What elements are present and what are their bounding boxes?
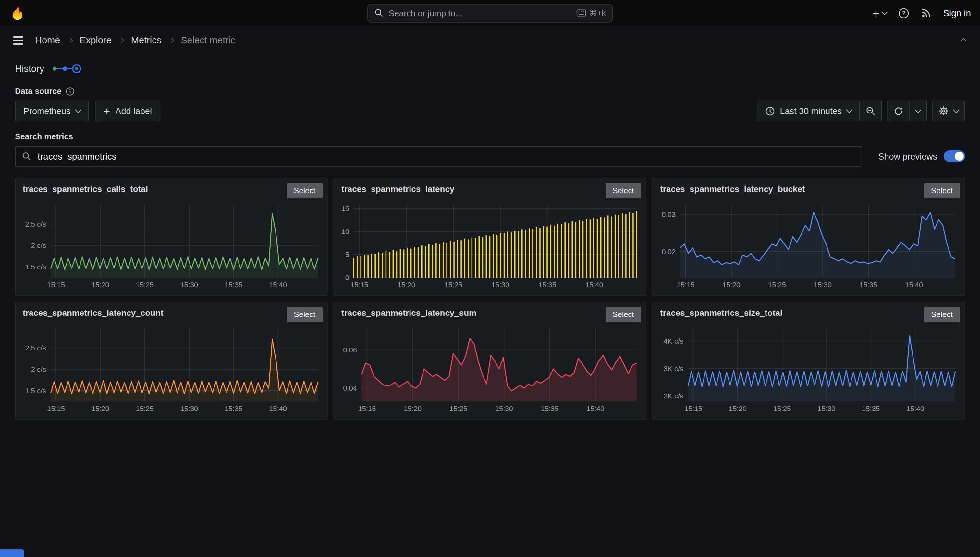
breadcrumb-metrics[interactable]: Metrics bbox=[131, 35, 161, 46]
metric-preview-chart: 0.060.0415:1515:2015:2515:3015:3515:40 bbox=[336, 324, 642, 414]
select-metric-button[interactable]: Select bbox=[605, 183, 641, 199]
datasource-picker-value: Prometheus bbox=[23, 106, 71, 116]
svg-text:15:40: 15:40 bbox=[586, 405, 604, 413]
global-search-placeholder: Search or jump to... bbox=[389, 8, 462, 18]
metric-preview-chart: 4K c/s3K c/s2K c/s15:1515:2015:2515:3015… bbox=[654, 324, 960, 414]
panel-title: traces_spanmetrics_calls_total bbox=[23, 183, 148, 196]
metric-preview-chart: 0.030.0215:1515:2015:2515:3015:3515:40 bbox=[654, 200, 960, 290]
metric-preview-chart: 2.5 c/s2 c/s1.5 c/s15:1515:2015:2515:301… bbox=[17, 200, 323, 290]
chevron-down-icon bbox=[846, 107, 853, 113]
metric-panel-latency-bucket: traces_spanmetrics_latency_bucket Select… bbox=[652, 178, 965, 296]
datasource-picker[interactable]: Prometheus bbox=[15, 101, 89, 121]
svg-text:15:20: 15:20 bbox=[729, 405, 747, 413]
svg-text:?: ? bbox=[902, 10, 906, 16]
metric-panel-latency-sum: traces_spanmetrics_latency_sum Select 0.… bbox=[333, 301, 647, 420]
svg-text:0.03: 0.03 bbox=[662, 210, 676, 218]
metric-panels-grid: traces_spanmetrics_calls_total Select 2.… bbox=[15, 178, 965, 420]
bottom-left-partial-element bbox=[0, 549, 24, 557]
svg-text:3K c/s: 3K c/s bbox=[664, 365, 683, 373]
select-metric-button[interactable]: Select bbox=[287, 307, 323, 322]
svg-text:0.04: 0.04 bbox=[343, 384, 357, 392]
clock-icon bbox=[765, 106, 774, 116]
refresh-icon bbox=[894, 106, 903, 116]
time-range-value: Last 30 minutes bbox=[780, 106, 842, 116]
refresh-group bbox=[887, 101, 927, 121]
show-previews-toggle[interactable] bbox=[944, 150, 965, 162]
keyboard-shortcut-hint: ⌘+k bbox=[576, 8, 606, 18]
datasource-label: Data source bbox=[15, 87, 61, 96]
time-range-picker[interactable]: Last 30 minutes bbox=[756, 101, 860, 121]
panel-title: traces_spanmetrics_latency_sum bbox=[341, 307, 476, 320]
add-label-button[interactable]: + Add label bbox=[95, 101, 160, 121]
keyboard-icon bbox=[576, 9, 586, 17]
svg-text:15:25: 15:25 bbox=[449, 405, 467, 413]
global-search-button[interactable]: Search or jump to... ⌘+k bbox=[368, 3, 612, 22]
history-timeline-icon bbox=[51, 63, 82, 75]
history-toggle[interactable]: History bbox=[15, 63, 965, 75]
refresh-button[interactable] bbox=[887, 101, 910, 121]
select-metric-button[interactable]: Select bbox=[924, 307, 960, 322]
svg-text:15:25: 15:25 bbox=[768, 281, 786, 289]
panel-title: traces_spanmetrics_size_total bbox=[660, 307, 782, 320]
svg-text:15:20: 15:20 bbox=[91, 281, 109, 289]
news-rss-icon[interactable] bbox=[921, 8, 931, 18]
select-metric-button[interactable]: Select bbox=[287, 183, 323, 199]
svg-text:1.5 c/s: 1.5 c/s bbox=[25, 387, 46, 395]
svg-text:15:30: 15:30 bbox=[814, 281, 832, 289]
chevron-down-icon bbox=[882, 10, 887, 15]
info-icon[interactable] bbox=[65, 87, 74, 96]
svg-text:15:20: 15:20 bbox=[722, 281, 740, 289]
zoom-out-icon bbox=[866, 106, 875, 116]
svg-text:15:15: 15:15 bbox=[684, 405, 702, 413]
svg-text:15:30: 15:30 bbox=[491, 281, 509, 289]
breadcrumb-current: Select metric bbox=[181, 35, 235, 46]
gear-icon bbox=[938, 106, 949, 116]
svg-text:15:35: 15:35 bbox=[225, 405, 242, 413]
svg-text:15:40: 15:40 bbox=[269, 405, 287, 413]
breadcrumb-explore[interactable]: Explore bbox=[80, 35, 111, 46]
svg-text:0.06: 0.06 bbox=[343, 346, 357, 354]
svg-text:15:30: 15:30 bbox=[180, 405, 198, 413]
breadcrumb-home[interactable]: Home bbox=[35, 35, 60, 46]
select-metric-button[interactable]: Select bbox=[924, 183, 960, 199]
top-navbar: Search or jump to... ⌘+k + ? bbox=[0, 0, 980, 26]
chevron-down-icon bbox=[953, 107, 960, 113]
metric-panel-latency-count: traces_spanmetrics_latency_count Select … bbox=[15, 301, 328, 420]
metric-search-input[interactable] bbox=[36, 150, 854, 162]
svg-text:10: 10 bbox=[341, 228, 349, 236]
svg-text:15:35: 15:35 bbox=[860, 281, 877, 289]
settings-button[interactable] bbox=[932, 101, 965, 121]
svg-text:0.02: 0.02 bbox=[662, 248, 676, 256]
svg-text:15:15: 15:15 bbox=[676, 281, 694, 289]
select-metric-button[interactable]: Select bbox=[605, 307, 641, 322]
menu-toggle-icon[interactable] bbox=[10, 33, 26, 47]
svg-text:2.5 c/s: 2.5 c/s bbox=[25, 220, 46, 228]
svg-text:2.5 c/s: 2.5 c/s bbox=[25, 344, 46, 352]
panel-title: traces_spanmetrics_latency_bucket bbox=[660, 183, 805, 196]
datasource-label-row: Data source bbox=[15, 87, 965, 96]
breadcrumb: Home Explore Metrics Select metric bbox=[35, 35, 235, 46]
plus-icon: + bbox=[104, 105, 110, 116]
new-dropdown-button[interactable]: + bbox=[872, 7, 887, 19]
refresh-interval-dropdown[interactable] bbox=[910, 101, 927, 121]
panel-title: traces_spanmetrics_latency bbox=[341, 183, 454, 196]
svg-text:15:40: 15:40 bbox=[269, 281, 287, 289]
chevron-right-icon bbox=[118, 37, 124, 43]
help-icon[interactable]: ? bbox=[898, 7, 909, 18]
chevron-down-icon bbox=[75, 107, 82, 113]
show-previews-label: Show previews bbox=[878, 151, 937, 161]
svg-text:15:40: 15:40 bbox=[905, 281, 923, 289]
sign-in-link[interactable]: Sign in bbox=[943, 8, 971, 18]
svg-text:15:25: 15:25 bbox=[773, 405, 791, 413]
grafana-logo-icon[interactable] bbox=[9, 5, 26, 21]
svg-text:15:35: 15:35 bbox=[862, 405, 880, 413]
svg-text:15:15: 15:15 bbox=[350, 281, 368, 289]
collapse-chevron-up-icon[interactable] bbox=[957, 31, 970, 50]
time-picker-group: Last 30 minutes bbox=[756, 101, 882, 121]
svg-text:1.5 c/s: 1.5 c/s bbox=[25, 263, 46, 271]
panel-title: traces_spanmetrics_latency_count bbox=[23, 307, 163, 320]
metric-panel-latency: traces_spanmetrics_latency Select 151050… bbox=[333, 178, 647, 296]
history-label: History bbox=[15, 64, 44, 74]
svg-text:15:15: 15:15 bbox=[47, 281, 65, 289]
time-zoom-out-button[interactable] bbox=[860, 101, 882, 121]
